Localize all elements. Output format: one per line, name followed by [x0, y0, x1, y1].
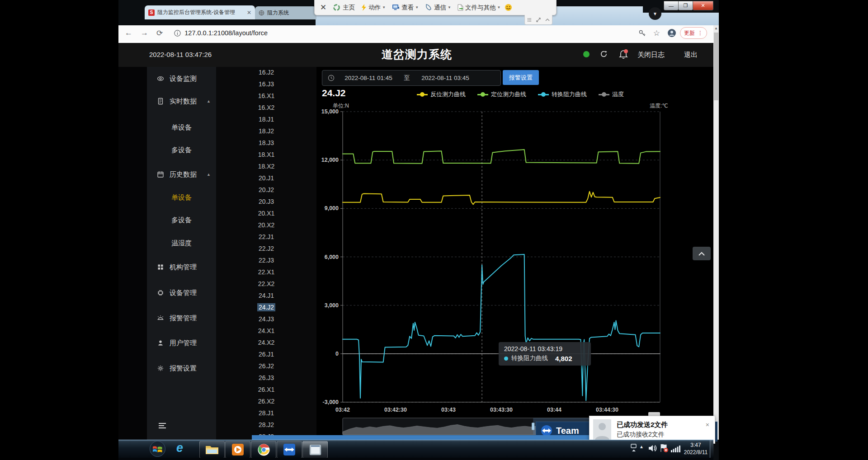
taskbar-clock[interactable]: 3:47 2022/8/11 — [683, 441, 709, 456]
device-item[interactable]: 18.J3 — [216, 139, 316, 146]
sidebar-collapse-button[interactable] — [158, 422, 166, 429]
sidebar-item-user-management[interactable]: 用户管理 — [147, 338, 216, 348]
forward-icon[interactable]: → — [141, 28, 148, 38]
device-item[interactable]: 26.X1 — [216, 386, 316, 393]
tab-close-icon[interactable]: ✕ — [247, 9, 251, 16]
device-item[interactable]: 26.J1 — [216, 351, 316, 358]
sidebar-item-realtime-single-device[interactable]: 单设备 — [147, 122, 216, 132]
tv-view-item[interactable]: 查看▼ — [392, 4, 419, 12]
device-item[interactable]: 24.X1 — [216, 327, 316, 334]
browser-tab-inactive[interactable]: 阻力系统 — [255, 6, 316, 19]
device-item-selected[interactable]: 24.J2 — [216, 304, 316, 311]
device-item[interactable]: 28.J2 — [216, 421, 316, 428]
taskbar-teamviewer-button[interactable] — [277, 441, 302, 458]
sidebar-item-realtime-multi-device[interactable]: 多设备 — [147, 145, 216, 155]
legend-item[interactable]: 转换阻力曲线 — [538, 90, 587, 99]
device-item[interactable]: 22.J1 — [216, 233, 316, 240]
start-button[interactable] — [149, 441, 166, 457]
notification-close-icon[interactable]: × — [706, 421, 709, 428]
maximize-button[interactable]: ❐ — [678, 1, 693, 10]
refresh-icon[interactable] — [599, 50, 608, 58]
ie-icon[interactable]: e — [176, 441, 183, 455]
date-to[interactable]: 2022-08-11 03:45 — [416, 75, 475, 81]
device-item[interactable]: 16.J2 — [216, 69, 316, 76]
menu-dots-icon[interactable]: ⋮ — [698, 30, 703, 36]
sidebar-item-history-data[interactable]: 历史数据▲ — [147, 169, 216, 179]
back-to-top-button[interactable] — [693, 247, 711, 260]
date-range-picker[interactable]: 2022-08-11 01:45 至 2022-08-11 03:45 — [322, 70, 501, 86]
sidebar-item-humiture[interactable]: 温湿度 — [147, 238, 216, 248]
volume-icon[interactable] — [648, 444, 657, 452]
sidebar-item-alarm-settings[interactable]: 报警设置 — [147, 363, 216, 373]
device-item[interactable]: 20.J2 — [216, 186, 316, 193]
device-item[interactable]: 18.J2 — [216, 127, 316, 135]
device-item[interactable]: 20.J3 — [216, 198, 316, 205]
tray-window-icon[interactable] — [631, 444, 637, 454]
date-from[interactable]: 2022-08-11 01:45 — [339, 75, 398, 81]
scrollbar-up-arrow[interactable]: ▲ — [713, 25, 719, 32]
device-item[interactable]: 22.J3 — [216, 257, 316, 264]
close-button[interactable]: ✕ — [693, 1, 713, 10]
key-icon[interactable] — [638, 29, 646, 37]
device-item[interactable]: 24.J3 — [216, 315, 316, 323]
tv-home-item[interactable]: 主页 — [333, 4, 355, 12]
legend-item[interactable]: 定位测力曲线 — [477, 90, 526, 99]
sidebar-item-device-management[interactable]: 设备管理 — [147, 288, 216, 298]
sidebar-item-history-multi-device[interactable]: 多设备 — [147, 215, 216, 225]
teamviewer-collapse-button[interactable]: ▼ — [649, 7, 661, 20]
chrome-update-button[interactable]: 更新 ⋮ — [680, 27, 707, 39]
device-item[interactable]: 24.J1 — [216, 292, 316, 299]
page-scrollbar[interactable]: ▲ — [713, 25, 719, 440]
device-item[interactable]: 18.X2 — [216, 163, 316, 170]
taskbar-active-app-button[interactable] — [302, 441, 328, 458]
sidebar-item-realtime-data[interactable]: 实时数据▲ — [147, 96, 216, 106]
device-item[interactable]: 22.J2 — [216, 245, 316, 252]
bookmark-star-icon[interactable]: ☆ — [653, 28, 660, 38]
tv-close-icon[interactable]: ✕ — [320, 3, 326, 12]
line-chart[interactable]: 15,00012,0009,0006,0003,0000-3,00003:420… — [316, 107, 713, 440]
alarm-settings-button[interactable]: 报警设置 — [503, 70, 539, 85]
scrollbar-thumb[interactable] — [714, 33, 718, 100]
taskbar-explorer-button[interactable] — [199, 441, 225, 458]
tv-actions-item[interactable]: 动作▼ — [361, 4, 386, 12]
profile-avatar-icon[interactable] — [667, 28, 676, 38]
network-signal-icon[interactable] — [671, 445, 681, 452]
device-item[interactable]: 16.X1 — [216, 92, 316, 99]
sidebar-item-device-monitor[interactable]: 设备监测 — [147, 74, 216, 84]
taskbar-player-button[interactable] — [225, 441, 250, 458]
notification-handle[interactable] — [648, 412, 660, 416]
device-item[interactable]: 20.J1 — [216, 174, 316, 182]
back-icon[interactable]: ← — [125, 28, 132, 38]
device-item[interactable]: 16.X2 — [216, 104, 316, 111]
device-item[interactable]: 26.J3 — [216, 374, 316, 381]
tray-hidden-icons-arrow[interactable]: ▲ — [639, 444, 644, 449]
device-item[interactable]: 24.X2 — [216, 339, 316, 346]
reload-icon[interactable]: ⟳ — [156, 28, 163, 38]
taskbar-chrome-button[interactable] — [251, 441, 276, 458]
sidebar-item-org-management[interactable]: 机构管理 — [147, 262, 216, 272]
logout-button[interactable]: 退出 — [684, 51, 698, 59]
device-item[interactable]: 22.X1 — [216, 268, 316, 276]
legend-item[interactable]: 温度 — [599, 90, 624, 99]
bell-icon[interactable] — [618, 49, 628, 60]
show-desktop-button[interactable] — [710, 440, 714, 458]
grid-dots-icon[interactable] — [527, 18, 532, 22]
action-center-flag-icon[interactable] — [660, 444, 669, 453]
address-bar[interactable]: 127.0.0.1:21008/layout/force — [184, 29, 268, 37]
device-item[interactable]: 16.J3 — [216, 80, 316, 88]
browser-tab-active[interactable]: S 阻力监控后台管理系统-设备管理 ✕ — [145, 5, 255, 19]
expand-icon[interactable] — [536, 18, 541, 22]
device-item[interactable]: 26.X2 — [216, 398, 316, 405]
feedback-smiley-icon[interactable] — [505, 4, 512, 11]
device-item[interactable]: 18.X1 — [216, 151, 316, 158]
minimize-button[interactable]: — — [664, 1, 679, 10]
device-item[interactable]: 20.X1 — [216, 210, 316, 217]
device-item[interactable]: 22.X2 — [216, 280, 316, 287]
collapse-chevron-icon[interactable] — [545, 18, 550, 21]
device-item[interactable]: 18.J1 — [216, 116, 316, 123]
tv-files-item[interactable]: 文件与其他▼ — [458, 4, 500, 12]
sidebar-item-alarm-management[interactable]: 报警管理 — [147, 313, 216, 323]
close-log-button[interactable]: 关闭日志 — [637, 51, 665, 59]
device-item[interactable]: 28.J1 — [216, 409, 316, 417]
device-item[interactable]: 26.J2 — [216, 362, 316, 370]
